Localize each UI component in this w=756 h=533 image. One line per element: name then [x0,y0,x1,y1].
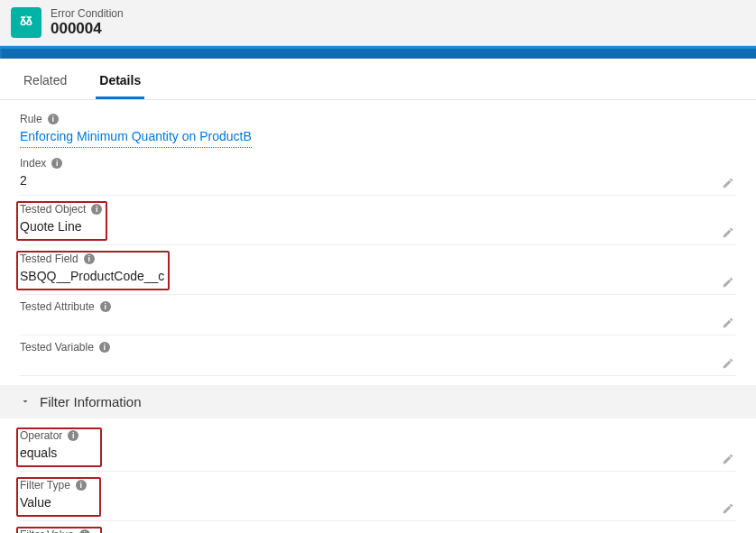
tested-field-value: SBQQ__ProductCode__c [20,267,164,287]
pencil-icon[interactable] [722,502,734,515]
field-filter-type: Filter Type i Value [20,477,736,521]
info-icon[interactable]: i [51,158,62,169]
info-icon[interactable]: i [79,529,90,533]
info-icon[interactable]: i [68,430,78,441]
scale-icon [11,7,41,38]
operator-label: Operator [20,429,62,442]
tested-attribute-value [20,315,736,331]
info-icon[interactable]: i [84,253,95,264]
filter-value-label: Filter Value [20,528,74,533]
rule-value-link[interactable]: Enforcing Minimum Quantity on ProductB [20,127,252,148]
tested-variable-label: Tested Variable [20,341,94,354]
record-number: 000004 [51,20,124,38]
page-header: Error Condition 000004 [0,0,756,46]
object-label: Error Condition [51,7,124,20]
pencil-icon[interactable] [722,357,734,370]
field-tested-variable: Tested Variable i [20,341,736,376]
tab-bar: Related Details [0,59,756,100]
info-icon[interactable]: i [76,480,87,491]
info-icon[interactable]: i [99,342,110,353]
field-operator: Operator i equals [20,427,736,472]
filter-type-value: Value [20,493,87,513]
section-filter-information[interactable]: Filter Information [0,385,756,418]
index-value: 2 [20,171,736,191]
pencil-icon[interactable] [722,453,734,465]
filter-type-label: Filter Type [20,479,70,492]
info-icon[interactable]: i [91,204,102,215]
tested-variable-value [20,355,736,372]
section-title: Filter Information [40,394,142,409]
details-panel: Rule i Enforcing Minimum Quantity on Pro… [0,100,756,533]
tested-object-label: Tested Object [20,203,86,216]
tested-object-value: Quote Line [20,217,102,237]
field-index: Index i 2 [20,157,736,196]
tested-field-label: Tested Field [20,253,78,265]
index-label: Index [20,157,46,170]
pencil-icon[interactable] [722,317,734,329]
info-icon[interactable]: i [100,301,111,312]
header-strip [0,46,756,59]
operator-value: equals [20,444,78,464]
pencil-icon[interactable] [722,177,734,189]
rule-label: Rule [20,113,42,125]
field-tested-field: Tested Field i SBQQ__ProductCode__c [20,251,736,295]
chevron-down-icon [20,394,31,409]
tab-related[interactable]: Related [20,73,70,99]
field-tested-object: Tested Object i Quote Line [20,201,736,245]
pencil-icon[interactable] [722,226,734,239]
field-filter-value: Filter Value i PRODUCTB [20,527,736,533]
info-icon[interactable]: i [48,114,59,124]
tested-attribute-label: Tested Attribute [20,300,95,313]
tab-details[interactable]: Details [96,73,144,99]
field-rule: Rule i Enforcing Minimum Quantity on Pro… [20,113,736,152]
pencil-icon[interactable] [722,276,734,289]
field-tested-attribute: Tested Attribute i [20,300,736,335]
